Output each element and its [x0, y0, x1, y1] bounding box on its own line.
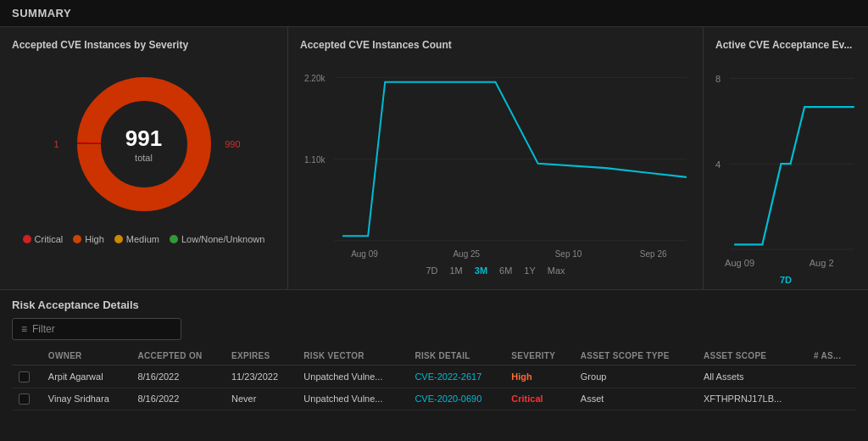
row1-num-assets [807, 366, 856, 388]
row2-accepted-on: 8/16/2022 [131, 388, 225, 410]
active-chart-svg: 8 4 Aug 09 Aug 2 [715, 59, 856, 268]
active-time-buttons: 7D [715, 268, 856, 287]
time-btn-7d[interactable]: 7D [422, 264, 441, 277]
donut-total-number: 991 [125, 126, 162, 152]
svg-text:1.10k: 1.10k [304, 154, 326, 164]
time-btn-6m[interactable]: 6M [496, 264, 515, 277]
th-risk-vector: RISK VECTOR [297, 347, 408, 366]
legend-low: Low/None/Unknown [170, 234, 264, 244]
time-btn-max[interactable]: Max [544, 264, 569, 277]
svg-text:Sep 26: Sep 26 [640, 249, 667, 259]
donut-right-label: 990 [225, 139, 240, 149]
row1-expires: 11/23/2022 [225, 366, 297, 388]
row2-owner: Vinay Sridhara [42, 388, 131, 410]
time-buttons: 7D 1M 3M 6M 1Y Max [300, 259, 691, 277]
th-asset-scope: ASSET SCOPE [697, 347, 807, 366]
donut-panel-title: Accepted CVE Instances by Severity [12, 39, 275, 51]
top-panels: Accepted CVE Instances by Severity 991 t… [0, 27, 868, 290]
row2-risk-detail[interactable]: CVE-2020-0690 [408, 388, 504, 410]
row1-asset-scope-type: Group [574, 366, 697, 388]
row1-asset-scope: All Assets [697, 366, 807, 388]
table-row: Arpit Agarwal 8/16/2022 11/23/2022 Unpat… [12, 366, 856, 388]
donut-total-label: total [135, 153, 153, 163]
donut-left-label: 1 [54, 139, 59, 149]
donut-panel: Accepted CVE Instances by Severity 991 t… [0, 27, 288, 289]
row1-accepted-on: 8/16/2022 [131, 366, 225, 388]
active-panel: Active CVE Acceptance Ev... 8 4 Aug 09 A… [704, 27, 868, 289]
svg-text:8: 8 [715, 74, 721, 84]
risk-table: OWNER ACCEPTED ON EXPIRES RISK VECTOR RI… [12, 347, 856, 410]
row1-severity: High [504, 366, 573, 388]
table-row: Vinay Sridhara 8/16/2022 Never Unpatched… [12, 388, 856, 410]
legend-critical-label: Critical [35, 234, 64, 244]
th-checkbox [12, 347, 42, 366]
line-panel-title: Accepted CVE Instances Count [300, 39, 691, 51]
legend-critical: Critical [23, 234, 64, 244]
row2-risk-vector: Unpatched Vulne... [297, 388, 408, 410]
active-panel-title: Active CVE Acceptance Ev... [715, 39, 856, 51]
legend-high-label: High [85, 234, 104, 244]
donut-center: 991 total [125, 126, 162, 164]
time-btn-1y[interactable]: 1Y [520, 264, 538, 277]
time-btn-3m[interactable]: 3M [471, 264, 491, 277]
active-chart-area: 8 4 Aug 09 Aug 2 [715, 59, 856, 268]
line-chart-area: 2.20k 1.10k Aug 09 Aug 25 Sep 10 Sep 26 [300, 59, 691, 259]
row1-risk-detail[interactable]: CVE-2022-2617 [408, 366, 504, 388]
svg-text:4: 4 [715, 159, 721, 170]
filter-icon: ≡ [21, 323, 27, 335]
donut-chart: 991 total 1 990 [68, 68, 220, 220]
bottom-section: Risk Acceptance Details ≡ Filter OWNER A… [0, 290, 868, 439]
svg-text:2.20k: 2.20k [304, 73, 326, 82]
row2-expires: Never [225, 388, 297, 410]
row1-owner: Arpit Agarwal [42, 366, 131, 388]
legend-critical-dot [23, 235, 31, 243]
th-asset-scope-type: ASSET SCOPE TYPE [574, 347, 697, 366]
table-header: OWNER ACCEPTED ON EXPIRES RISK VECTOR RI… [12, 347, 856, 366]
th-accepted-on: ACCEPTED ON [131, 347, 225, 366]
line-panel: Accepted CVE Instances Count 2.20k 1.10k… [288, 27, 704, 289]
svg-text:Aug 09: Aug 09 [725, 258, 754, 268]
svg-text:Aug 2: Aug 2 [810, 258, 834, 268]
line-chart-svg: 2.20k 1.10k Aug 09 Aug 25 Sep 10 Sep 26 [300, 59, 691, 259]
legend-low-label: Low/None/Unknown [181, 234, 264, 244]
donut-container: 991 total 1 990 Critical High Medium [12, 59, 275, 277]
time-btn-1m[interactable]: 1M [446, 264, 465, 277]
legend-low-dot [170, 235, 178, 243]
th-severity: SEVERITY [504, 347, 573, 366]
row1-risk-vector: Unpatched Vulne... [297, 366, 408, 388]
th-risk-detail: RISK DETAIL [408, 347, 504, 366]
svg-text:Aug 25: Aug 25 [453, 249, 480, 259]
row2-num-assets [807, 388, 856, 410]
active-time-btn-7d[interactable]: 7D [776, 273, 795, 287]
page-header: SUMMARY [0, 0, 868, 27]
legend-high-dot [73, 235, 81, 243]
svg-text:Aug 09: Aug 09 [351, 249, 378, 259]
legend-medium-dot [114, 235, 123, 243]
legend-medium: Medium [114, 234, 159, 244]
risk-table-wrap: OWNER ACCEPTED ON EXPIRES RISK VECTOR RI… [12, 347, 856, 410]
th-expires: EXPIRES [225, 347, 297, 366]
legend-high: High [73, 234, 104, 244]
th-owner: OWNER [42, 347, 131, 366]
filter-placeholder: Filter [32, 323, 55, 335]
table-header-row: OWNER ACCEPTED ON EXPIRES RISK VECTOR RI… [12, 347, 856, 366]
legend-medium-label: Medium [126, 234, 159, 244]
th-num-assets: # AS... [807, 347, 856, 366]
row2-checkbox[interactable] [12, 388, 42, 410]
risk-section-title: Risk Acceptance Details [12, 299, 856, 311]
donut-legend: Critical High Medium Low/None/Unknown [23, 229, 265, 249]
svg-text:Sep 10: Sep 10 [555, 249, 582, 259]
row2-severity: Critical [504, 388, 573, 410]
table-body: Arpit Agarwal 8/16/2022 11/23/2022 Unpat… [12, 366, 856, 410]
row2-asset-scope: XFTHPRNJ17LB... [697, 388, 807, 410]
page-title: SUMMARY [12, 7, 71, 20]
filter-bar[interactable]: ≡ Filter [12, 318, 181, 340]
row2-asset-scope-type: Asset [574, 388, 697, 410]
row1-checkbox[interactable] [12, 366, 42, 388]
